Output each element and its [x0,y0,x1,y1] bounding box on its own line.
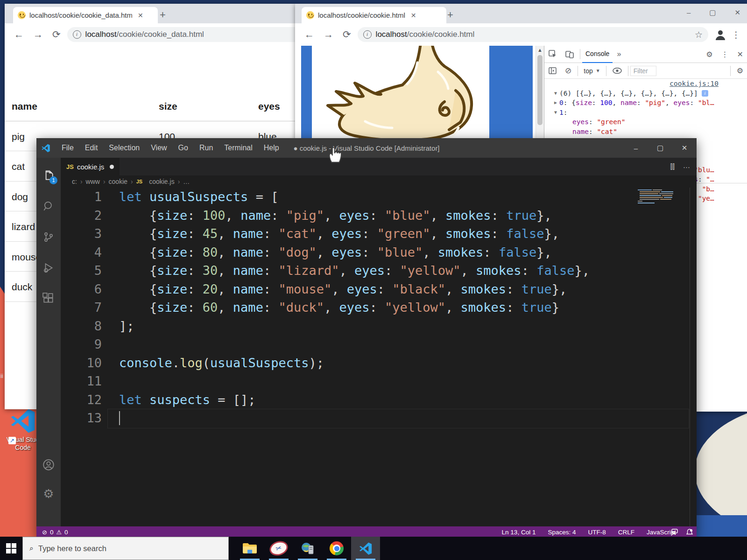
devtools-settings-gear-icon[interactable]: ⚙ [706,50,712,59]
settings-gear-icon[interactable]: ⚙ [36,483,61,505]
console-sidebar-icon[interactable] [549,67,557,74]
value-info-icon[interactable]: i [702,90,708,97]
menu-file[interactable]: File [57,142,78,154]
tab-close-icon[interactable]: ✕ [137,12,144,19]
bookmark-star-icon[interactable]: ☆ [695,29,703,40]
unsaved-dot-icon[interactable] [110,165,114,169]
clear-console-icon[interactable]: ⊘ [565,66,571,76]
taskbar-vscode-icon[interactable] [351,537,380,560]
menu-edit[interactable]: Edit [80,142,103,154]
tab-close-icon[interactable]: ✕ [410,12,417,19]
run-debug-icon[interactable] [36,257,61,279]
status-item[interactable]: CRLF [618,529,634,536]
menu-terminal[interactable]: Terminal [219,142,257,154]
code-line-1[interactable]: 1let usualSuspects = [ [61,188,697,206]
browser-menu-icon[interactable]: ⋮ [732,29,740,40]
console-line[interactable]: ▶0: {size: 100, name: "pig", eyes: "bl… [544,98,747,108]
browser-tab[interactable]: localhost/cookie/cookie_data.htm ✕ [13,7,158,23]
console-source-link[interactable]: cookie.js:10 [669,79,719,89]
scrollbar-thumb[interactable] [537,55,543,125]
code-line-3[interactable]: 3 {size: 45, name: "cat", eyes: "green",… [61,224,697,243]
new-tab-button[interactable]: + [160,10,166,20]
window-close-button[interactable]: ✕ [734,8,740,17]
vscode-maximize-button[interactable]: ▢ [648,144,672,152]
context-selector[interactable]: top [584,67,592,75]
devtools-close-icon[interactable]: ✕ [737,50,743,59]
breadcrumb-item[interactable]: c: [72,178,77,185]
taskbar-iis-manager-icon[interactable] [293,537,322,560]
console-line[interactable]: cookie.js:10 [544,79,747,89]
breadcrumb-item[interactable]: … [183,178,190,185]
address-bar[interactable]: i localhost/cookie/cookie_data.html [67,27,295,42]
address-bar[interactable]: i localhost/cookie/cookie.html ☆ [358,27,708,42]
device-toolbar-icon[interactable] [565,50,574,58]
expand-triangle-icon[interactable]: ▼ [552,108,559,118]
devtools-tab-console[interactable]: Console [582,46,613,63]
taskbar-search-box[interactable]: ⌕ Type here to search [22,537,229,560]
console-line[interactable]: ▼1: [544,108,747,118]
breadcrumb-item[interactable]: cookie.js [149,178,174,185]
forward-icon[interactable]: → [324,29,333,40]
taskbar-chrome-icon[interactable] [322,537,351,560]
notifications-bell-icon[interactable] [686,529,693,536]
profile-avatar-icon[interactable] [715,29,726,40]
console-line[interactable]: ▼(6) [{…}, {…}, {…}, {…}, {…}, {…}]i [544,89,747,98]
code-line-5[interactable]: 5 {size: 30, name: "lizard", eyes: "yell… [61,261,697,280]
new-tab-button[interactable]: + [447,10,453,20]
inspect-element-icon[interactable] [549,50,557,58]
status-item[interactable]: Spaces: 4 [548,529,576,536]
code-line-9[interactable]: 9 [61,335,697,354]
scrollbar-up-icon[interactable]: ▲ [536,46,544,53]
site-info-icon[interactable]: i [73,30,81,39]
explorer-icon[interactable]: 1 [36,164,61,187]
menu-run[interactable]: Run [195,142,218,154]
console-settings-gear-icon[interactable]: ⚙ [737,66,743,75]
menu-go[interactable]: Go [174,142,193,154]
expand-triangle-icon[interactable]: ▼ [552,89,559,98]
live-expression-eye-icon[interactable] [613,68,622,74]
breadcrumb-item[interactable]: www [86,178,100,185]
menu-selection[interactable]: Selection [104,142,144,154]
source-control-icon[interactable] [36,226,61,248]
status-item[interactable]: Ln 13, Col 1 [502,529,536,536]
devtools-menu-icon[interactable]: ⋮ [721,50,729,59]
code-line-4[interactable]: 4 {size: 80, name: "dog", eyes: "blue", … [61,243,697,262]
remote-feedback-icon[interactable] [671,529,679,535]
code-line-12[interactable]: 12let suspects = []; [61,391,697,409]
back-icon[interactable]: ← [304,29,314,40]
minimap[interactable] [637,189,689,204]
editor-more-actions-icon[interactable]: ··· [683,163,690,171]
account-icon[interactable] [36,454,61,476]
code-line-7[interactable]: 7 {size: 60, name: "duck", eyes: "yellow… [61,298,697,317]
forward-icon[interactable]: → [33,29,43,40]
breadcrumb-item[interactable]: cookie [109,178,127,185]
context-dropdown-icon[interactable]: ▼ [596,68,600,73]
code-line-2[interactable]: 2 {size: 100, name: "pig", eyes: "blue",… [61,206,697,225]
editor-tab-cookiejs[interactable]: JS cookie.js [61,158,120,175]
problems-indicator[interactable]: ⊘ 0 ⚠ 0 [42,529,68,536]
extensions-icon[interactable] [36,287,61,310]
console-line[interactable]: name: "cat" [544,127,747,137]
status-item[interactable]: UTF-8 [588,529,606,536]
site-info-icon[interactable]: i [363,30,372,39]
expand-triangle-icon[interactable]: ▶ [552,98,559,108]
code-line-10[interactable]: 10console.log(usualSuspects); [61,354,697,372]
console-filter-input[interactable]: Filter [630,66,656,76]
code-editor[interactable]: 1let usualSuspects = [2 {size: 100, name… [61,188,697,526]
editor-scrollbar[interactable] [690,188,690,526]
breadcrumb[interactable]: c:›www›cookie›JScookie.js›… [61,175,697,188]
menu-view[interactable]: View [146,142,171,154]
back-icon[interactable]: ← [14,29,24,40]
browser-tab[interactable]: localhost/cookie/cookie.html ✕ [302,7,446,23]
taskbar-file-explorer-icon[interactable] [235,537,264,560]
taskbar-snipping-tool-icon[interactable]: ✂ [264,537,293,560]
vscode-titlebar[interactable]: FileEditSelectionViewGoRunTerminalHelp ●… [36,138,697,158]
window-maximize-button[interactable]: ▢ [709,8,716,17]
code-line-6[interactable]: 6 {size: 20, name: "mouse", eyes: "black… [61,280,697,299]
search-icon[interactable] [36,195,61,217]
reload-icon[interactable]: ⟳ [52,29,61,40]
menu-help[interactable]: Help [259,142,284,154]
code-line-8[interactable]: 8]; [61,317,697,336]
start-button[interactable] [0,537,22,560]
code-line-11[interactable]: 11 [61,372,697,391]
